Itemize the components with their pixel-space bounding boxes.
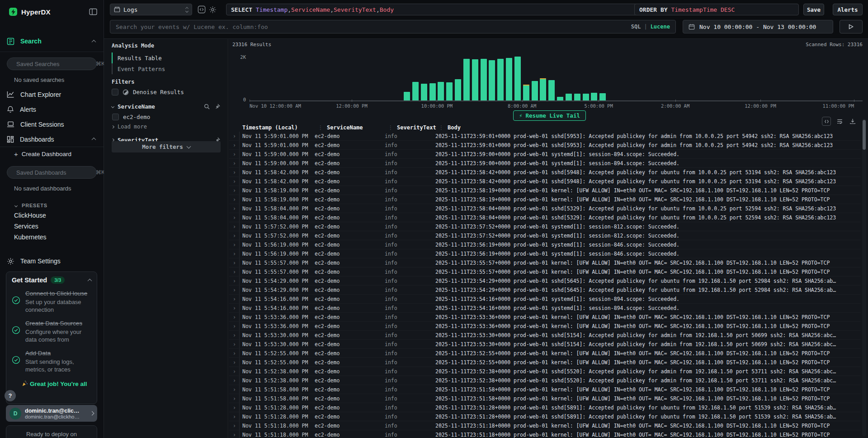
edit-source-icon-button[interactable] [197, 5, 207, 14]
denoise-results-toggle[interactable]: Denoise Results [112, 89, 184, 95]
denoise-checkbox[interactable] [112, 89, 118, 95]
histogram-bar[interactable] [421, 84, 427, 100]
event-search-input[interactable] [110, 24, 631, 30]
histogram-bar-warn[interactable] [540, 78, 546, 79]
saved-searches-field[interactable] [16, 61, 96, 67]
table-row[interactable]: ›Nov 11 5:59:00.000 PMec2-demoinfo2025-1… [229, 150, 861, 159]
histogram-bar[interactable] [548, 80, 555, 100]
table-row[interactable]: ›Nov 11 5:58:19.000 PMec2-demoinfo2025-1… [229, 195, 861, 204]
analysis-mode-event-patterns[interactable]: Event Patterns [112, 63, 165, 74]
table-row[interactable]: ›Nov 11 5:56:19.000 PMec2-demoinfo2025-1… [229, 249, 861, 258]
lucene-mode-button[interactable]: Lucene [651, 24, 670, 30]
preset-item-clickhouse[interactable]: ClickHouse [0, 210, 104, 221]
table-row[interactable]: ›Nov 11 5:53:36.000 PMec2-demoinfo2025-1… [229, 322, 861, 331]
column-resize-handle[interactable]: ⋮ [439, 124, 444, 131]
sidebar-collapse-icon[interactable] [89, 8, 97, 15]
table-row[interactable]: ›Nov 11 5:54:29.000 PMec2-demoinfo2025-1… [229, 276, 861, 286]
table-row[interactable]: ›Nov 11 5:59:00.000 PMec2-demoinfo2025-1… [229, 159, 861, 168]
time-range-picker[interactable]: Nov 10 00:00:00 - Nov 13 00:00:00 [683, 20, 833, 33]
table-row[interactable]: ›Nov 11 5:53:30.000 PMec2-demoinfo2025-1… [229, 331, 861, 340]
table-row[interactable]: ›Nov 11 5:57:52.000 PMec2-demoinfo2025-1… [229, 231, 861, 240]
histogram-bar[interactable] [574, 94, 580, 100]
histogram-bar[interactable] [481, 59, 487, 100]
histogram-bar[interactable] [472, 59, 478, 100]
histogram-bar[interactable] [489, 60, 495, 100]
table-row[interactable]: ›Nov 11 5:54:29.000 PMec2-demoinfo2025-1… [229, 286, 861, 295]
filter-group-servicename[interactable]: ServiceName [112, 101, 220, 111]
column-header-severitytext[interactable]: ⋮SeverityText [388, 123, 439, 132]
presets-toggle[interactable]: PRESETS [0, 201, 104, 210]
table-row[interactable]: ›Nov 11 5:56:19.000 PMec2-demoinfo2025-1… [229, 240, 861, 249]
alerts-button[interactable]: Alerts [833, 4, 863, 15]
search-icon[interactable] [204, 104, 210, 110]
table-row[interactable]: ›Nov 11 5:58:42.000 PMec2-demoinfo2025-1… [229, 168, 861, 177]
histogram-bar[interactable] [599, 93, 606, 100]
table-row[interactable]: ›Nov 11 5:52:38.000 PMec2-demoinfo2025-1… [229, 367, 861, 376]
table-row[interactable]: ›Nov 11 5:52:55.000 PMec2-demoinfo2025-1… [229, 349, 861, 358]
histogram-bar[interactable] [591, 93, 597, 100]
sidebar-item-search[interactable]: Search [0, 35, 104, 47]
source-select[interactable]: Logs [110, 4, 192, 15]
column-header-body[interactable]: ⋮Body [439, 123, 861, 132]
histogram-bar[interactable] [566, 94, 572, 100]
histogram-bar[interactable] [404, 92, 410, 100]
histogram-bar[interactable] [497, 59, 504, 100]
save-button[interactable]: Save [803, 4, 824, 15]
histogram-bar[interactable] [429, 83, 436, 100]
table-row[interactable]: ›Nov 11 5:58:04.000 PMec2-demoinfo2025-1… [229, 213, 861, 222]
table-row[interactable]: ›Nov 11 5:52:38.000 PMec2-demoinfo2025-1… [229, 376, 861, 385]
more-filters-button[interactable]: More filters [112, 141, 221, 152]
preset-item-services[interactable]: Services [0, 221, 104, 232]
filter-value-ec2-demo[interactable]: ec2-demo [112, 111, 220, 122]
column-header-timestamp-local-[interactable]: Timestamp (Local) [242, 123, 318, 132]
analysis-mode-results-table[interactable]: Results Table [112, 52, 165, 63]
sidebar-item-client-sessions[interactable]: Client Sessions [0, 117, 104, 132]
saved-searches-input[interactable]: ⌘K [7, 57, 97, 70]
pin-icon[interactable] [214, 104, 220, 110]
table-row[interactable]: ›Nov 11 5:59:01.000 PMec2-demoinfo2025-1… [229, 141, 861, 150]
histogram-bar[interactable] [557, 97, 563, 100]
scrollbar-thumb[interactable] [863, 120, 866, 150]
run-query-button[interactable] [840, 20, 863, 33]
table-row[interactable]: ›Nov 11 5:51:58.000 PMec2-demoinfo2025-1… [229, 394, 861, 403]
table-row[interactable]: ›Nov 11 5:54:16.000 PMec2-demoinfo2025-1… [229, 304, 861, 313]
load-more-button[interactable]: Load more [112, 122, 220, 131]
table-row[interactable]: ›Nov 11 5:58:04.000 PMec2-demoinfo2025-1… [229, 204, 861, 213]
table-row[interactable]: ›Nov 11 5:51:28.000 PMec2-demoinfo2025-1… [229, 412, 861, 421]
vertical-scrollbar[interactable] [862, 119, 866, 436]
table-row[interactable]: ›Nov 11 5:53:36.000 PMec2-demoinfo2025-1… [229, 313, 861, 322]
table-row[interactable]: ›Nov 11 5:53:30.000 PMec2-demoinfo2025-1… [229, 340, 861, 349]
get-started-item[interactable]: Add DataStart sending logs, metrics, or … [12, 349, 91, 373]
chevron-up-icon[interactable] [88, 278, 92, 283]
saved-dashboards-input[interactable]: ⌘K [7, 166, 97, 179]
get-started-item[interactable]: Create Data SourcesConfigure where your … [12, 319, 91, 343]
sidebar-item-team-settings[interactable]: Team Settings [0, 255, 104, 267]
table-row[interactable]: ›Nov 11 5:51:18.000 PMec2-demoinfo2025-1… [229, 430, 861, 438]
sidebar-item-alerts[interactable]: Alerts [0, 102, 104, 117]
histogram-bar[interactable] [463, 59, 470, 100]
histogram-bar[interactable] [514, 57, 521, 100]
histogram-bar[interactable] [412, 82, 419, 100]
histogram-bar[interactable] [523, 86, 529, 100]
source-settings-gear-icon[interactable] [208, 5, 217, 14]
histogram-bar[interactable] [540, 79, 546, 100]
histogram-bar[interactable] [583, 94, 589, 100]
column-resize-handle[interactable]: ⋮ [388, 124, 393, 131]
help-button[interactable]: ? [5, 390, 16, 401]
user-account-chip[interactable]: D dominic.tran@clic… dominic.tran@clickh… [6, 405, 97, 422]
order-by-input[interactable]: ORDER BY TimestampTime DESC [634, 4, 799, 15]
histogram-bar[interactable] [455, 79, 461, 100]
table-row[interactable]: ›Nov 11 5:55:57.000 PMec2-demoinfo2025-1… [229, 258, 861, 267]
table-row[interactable]: ›Nov 11 5:54:16.000 PMec2-demoinfo2025-1… [229, 295, 861, 304]
sidebar-item-dashboards[interactable]: Dashboards [0, 132, 104, 147]
table-row[interactable]: ›Nov 11 5:58:19.000 PMec2-demoinfo2025-1… [229, 186, 861, 195]
histogram-bar[interactable] [438, 82, 444, 100]
table-row[interactable]: ›Nov 11 5:57:52.000 PMec2-demoinfo2025-1… [229, 222, 861, 231]
preset-item-kubernetes[interactable]: Kubernetes [0, 232, 104, 243]
resume-live-tail-button[interactable]: ⚡ Resume Live Tail [513, 110, 586, 121]
sidebar-item-chart-explorer[interactable]: Chart Explorer [0, 87, 104, 102]
table-row[interactable]: ›Nov 11 5:51:58.000 PMec2-demoinfo2025-1… [229, 385, 861, 394]
histogram-bar[interactable] [506, 58, 512, 100]
column-header-servicename[interactable]: ⋮ServiceName [318, 123, 388, 132]
column-resize-handle[interactable]: ⋮ [318, 124, 323, 131]
